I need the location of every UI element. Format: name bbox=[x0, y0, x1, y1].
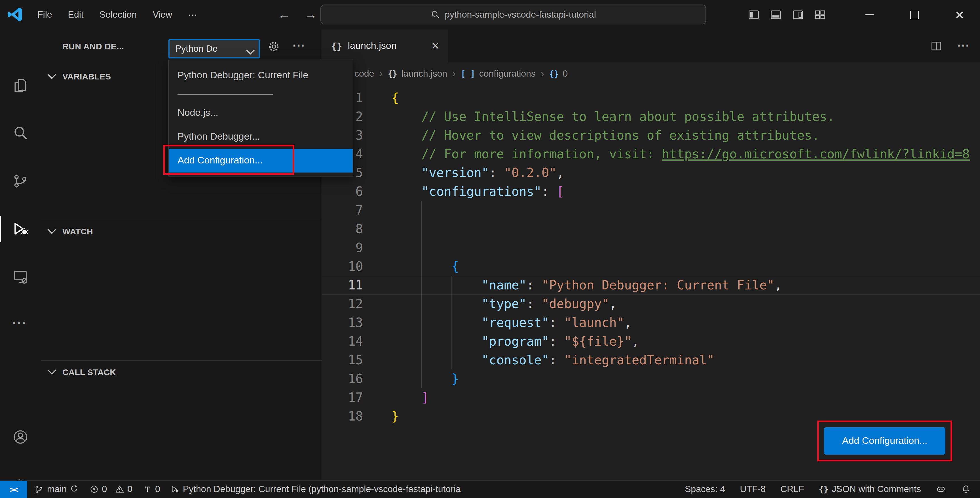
encoding-status[interactable]: UTF-8 bbox=[740, 484, 765, 495]
code-line[interactable]: 15 "console": "integratedTerminal" bbox=[322, 351, 980, 369]
code-line[interactable]: 4 // For more information, visit: https:… bbox=[322, 145, 980, 163]
eol-status[interactable]: CRLF bbox=[780, 484, 804, 495]
code-editor[interactable]: 1{2 // Use IntelliSense to learn about p… bbox=[322, 85, 980, 480]
indentation-status[interactable]: Spaces: 4 bbox=[685, 484, 725, 495]
section-variables[interactable]: VARIABLES bbox=[49, 65, 111, 88]
code-line[interactable]: 8 bbox=[322, 220, 980, 238]
add-configuration-button[interactable]: Add Configuration... bbox=[824, 427, 945, 455]
close-icon: × bbox=[955, 7, 964, 22]
explorer-icon[interactable] bbox=[12, 77, 29, 94]
search-view-icon[interactable] bbox=[12, 124, 29, 141]
code-line[interactable]: 16 } bbox=[322, 369, 980, 388]
editor-more-actions-icon[interactable]: ··· bbox=[957, 38, 970, 53]
debug-views-more-icon[interactable]: ··· bbox=[293, 30, 305, 62]
line-number: 8 bbox=[322, 220, 363, 238]
vscode-logo-icon bbox=[7, 7, 23, 22]
line-number: 7 bbox=[322, 201, 363, 220]
minimize-button[interactable] bbox=[859, 0, 880, 30]
warning-icon bbox=[115, 485, 124, 494]
source-control-icon[interactable] bbox=[12, 172, 29, 190]
menu-item-python-debugger[interactable]: Python Debugger... bbox=[169, 125, 353, 149]
breadcrumb-label: configurations bbox=[479, 69, 536, 79]
branch-status[interactable]: main bbox=[34, 484, 79, 495]
remote-icon: >< bbox=[10, 485, 18, 494]
close-button[interactable]: × bbox=[950, 0, 970, 30]
debug-configuration-dropdown[interactable]: Python De bbox=[169, 39, 260, 59]
braces-icon: {} bbox=[549, 69, 559, 78]
breadcrumb-symbol-0[interactable]: {} 0 bbox=[549, 69, 568, 79]
line-number: 12 bbox=[322, 295, 363, 313]
title-bar: File Edit Selection View ··· ← → python-… bbox=[0, 0, 980, 30]
code-lines: 1{2 // Use IntelliSense to learn about p… bbox=[322, 89, 980, 426]
menu-more-icon[interactable]: ··· bbox=[180, 10, 205, 20]
account-icon[interactable] bbox=[12, 428, 29, 445]
debug-status-icon bbox=[170, 485, 180, 494]
run-and-debug-icon[interactable] bbox=[12, 220, 29, 237]
copilot-icon[interactable] bbox=[936, 484, 946, 495]
tab-close-icon[interactable]: × bbox=[431, 40, 439, 52]
split-editor-icon[interactable] bbox=[930, 40, 943, 52]
code-line[interactable]: 6 "configurations": [ bbox=[322, 182, 980, 201]
braces-icon: {} bbox=[388, 69, 397, 78]
code-line[interactable]: 18} bbox=[322, 407, 980, 426]
toggle-panel-icon[interactable] bbox=[770, 8, 782, 21]
menu-item-nodejs[interactable]: Node.js... bbox=[169, 101, 353, 125]
line-number: 13 bbox=[322, 313, 363, 332]
notifications-bell-icon[interactable] bbox=[961, 484, 971, 495]
code-line[interactable]: 10 { bbox=[322, 257, 980, 276]
command-center-search[interactable]: python-sample-vscode-fastapi-tutorial bbox=[320, 5, 706, 24]
editor-actions: ··· bbox=[930, 30, 970, 62]
line-number: 6 bbox=[322, 182, 363, 201]
json-file-icon: {} bbox=[331, 41, 342, 51]
menu-item-python-debugger-current-file[interactable]: Python Debugger: Current File bbox=[169, 64, 353, 88]
debug-status[interactable]: Python Debugger: Current File (python-sa… bbox=[170, 484, 461, 495]
menu-item-add-configuration[interactable]: Add Configuration... bbox=[169, 149, 353, 172]
tab-launch-json[interactable]: {} launch.json × bbox=[322, 30, 448, 62]
forward-icon[interactable]: → bbox=[305, 0, 317, 30]
language-mode-status[interactable]: {} JSON with Comments bbox=[819, 484, 921, 495]
toggle-sidebar-icon[interactable] bbox=[748, 8, 760, 21]
problems-status[interactable]: 0 0 bbox=[89, 484, 132, 495]
breadcrumb-folder[interactable]: code bbox=[355, 69, 374, 79]
active-view-indicator bbox=[0, 215, 1, 242]
status-bar: >< main 0 0 bbox=[0, 480, 980, 498]
code-line[interactable]: 11 "name": "Python Debugger: Current Fil… bbox=[322, 276, 980, 295]
breadcrumb-file[interactable]: {} launch.json bbox=[388, 69, 447, 79]
maximize-button[interactable] bbox=[904, 0, 924, 30]
ports-status[interactable]: 0 bbox=[143, 484, 160, 495]
radio-tower-icon bbox=[143, 485, 152, 494]
code-line[interactable]: 17 ] bbox=[322, 388, 980, 407]
code-line[interactable]: 12 "type": "debugpy", bbox=[322, 295, 980, 313]
code-line[interactable]: 2 // Use IntelliSense to learn about pos… bbox=[322, 107, 980, 126]
debug-configuration-value: Python De bbox=[175, 44, 218, 54]
warning-count: 0 bbox=[127, 484, 132, 495]
section-watch[interactable]: WATCH bbox=[49, 220, 93, 242]
code-line[interactable]: 5 "version": "0.2.0", bbox=[322, 163, 980, 182]
language-mode-label: JSON with Comments bbox=[832, 484, 921, 495]
menu-view[interactable]: View bbox=[145, 10, 180, 20]
menu-separator bbox=[169, 88, 353, 101]
menu-edit[interactable]: Edit bbox=[60, 10, 92, 20]
code-line[interactable]: 1{ bbox=[322, 89, 980, 107]
code-line[interactable]: 7 bbox=[322, 201, 980, 220]
additional-views-icon[interactable]: ··· bbox=[12, 315, 29, 332]
remote-indicator[interactable]: >< bbox=[0, 481, 27, 498]
code-line[interactable]: 13 "request": "launch", bbox=[322, 313, 980, 332]
line-number: 18 bbox=[322, 407, 363, 426]
breadcrumb-symbol-configurations[interactable]: [ ] configurations bbox=[461, 69, 536, 79]
back-icon[interactable]: ← bbox=[278, 0, 290, 30]
menu-file[interactable]: File bbox=[30, 10, 60, 20]
code-line[interactable]: 9 bbox=[322, 238, 980, 257]
line-number: 16 bbox=[322, 369, 363, 388]
open-launch-json-gear-icon[interactable] bbox=[267, 40, 281, 53]
remote-explorer-icon[interactable] bbox=[12, 268, 29, 286]
code-line[interactable]: 3 // Hover to view descriptions of exist… bbox=[322, 126, 980, 145]
customize-layout-icon[interactable] bbox=[814, 8, 826, 21]
code-line[interactable]: 14 "program": "${file}", bbox=[322, 332, 980, 351]
section-call-stack[interactable]: CALL STACK bbox=[49, 361, 116, 383]
chevron-down-icon bbox=[47, 70, 56, 78]
panel-title: RUN AND DE... bbox=[62, 30, 124, 62]
section-label: CALL STACK bbox=[62, 367, 116, 377]
menu-selection[interactable]: Selection bbox=[92, 10, 145, 20]
toggle-secondary-sidebar-icon[interactable] bbox=[792, 8, 804, 21]
